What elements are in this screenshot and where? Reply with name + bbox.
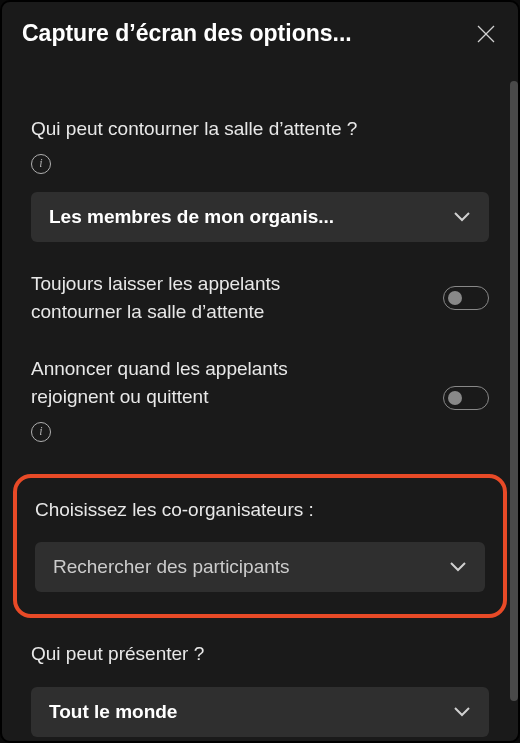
announce-callers-toggle[interactable] <box>443 386 489 410</box>
co-organizers-label: Choisissez les co-organisateurs : <box>35 499 314 520</box>
co-organizers-highlight: Choisissez les co-organisateurs : Recher… <box>13 474 507 619</box>
dropdown-value: Les membres de mon organis... <box>49 206 334 228</box>
bypass-lobby-dropdown[interactable]: Les membres de mon organis... <box>31 192 489 242</box>
dropdown-placeholder: Rechercher des participants <box>53 556 290 578</box>
info-icon[interactable]: i <box>31 422 51 442</box>
always-let-callers-label: Toujours laisser les appelants contourne… <box>31 270 371 327</box>
info-icon[interactable]: i <box>31 154 51 174</box>
who-present-label: Qui peut présenter ? <box>31 643 204 664</box>
chevron-down-icon <box>453 211 471 223</box>
dialog-title: Capture d’écran des options... <box>22 20 352 47</box>
toggle-knob <box>448 291 462 305</box>
chevron-down-icon <box>449 561 467 573</box>
chevron-down-icon <box>453 706 471 718</box>
bypass-lobby-label: Qui peut contourner la salle d’attente ? <box>31 115 357 144</box>
scrollbar-track[interactable] <box>510 81 518 701</box>
co-organizers-dropdown[interactable]: Rechercher des participants <box>35 542 485 592</box>
always-let-callers-toggle[interactable] <box>443 286 489 310</box>
announce-callers-label: Annoncer quand les appelants rejoignent … <box>31 355 371 412</box>
toggle-knob <box>448 391 462 405</box>
dropdown-value: Tout le monde <box>49 701 177 723</box>
close-icon[interactable] <box>476 24 496 44</box>
who-present-dropdown[interactable]: Tout le monde <box>31 687 489 737</box>
scrollbar-thumb[interactable] <box>510 81 518 701</box>
